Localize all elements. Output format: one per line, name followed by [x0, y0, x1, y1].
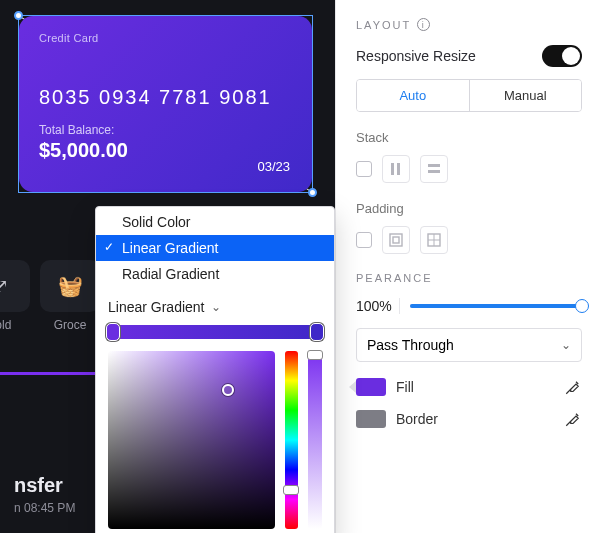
hue-slider-knob[interactable]: [283, 485, 299, 495]
menu-item-radial-gradient[interactable]: Radial Gradient: [96, 261, 334, 287]
transaction-time: n 08:45 PM: [14, 501, 75, 515]
layout-section-title: LAYOUT i: [356, 18, 582, 31]
active-indicator-triangle: [349, 381, 356, 393]
category-icon: ⤢: [0, 274, 9, 298]
menu-item-solid-color[interactable]: Solid Color: [96, 209, 334, 235]
fill-swatch[interactable]: [356, 378, 386, 396]
category-tile[interactable]: ⤢: [0, 260, 30, 312]
stack-horizontal-icon[interactable]: [420, 155, 448, 183]
color-picker-popover[interactable]: Solid Color Linear Gradient Radial Gradi…: [95, 206, 335, 533]
saturation-value-field[interactable]: [108, 351, 275, 529]
basket-icon: 🧺: [58, 274, 83, 298]
padding-controls: [356, 226, 582, 254]
resize-mode-segmented: Auto Manual: [356, 79, 582, 112]
transaction-item[interactable]: nsfer n 08:45 PM: [0, 474, 89, 515]
category-label: Groce: [40, 318, 100, 332]
svg-rect-6: [393, 237, 399, 243]
stack-vertical-icon[interactable]: [382, 155, 410, 183]
card-label: Credit Card: [39, 32, 292, 44]
resize-auto-button[interactable]: Auto: [357, 80, 470, 111]
padding-individual-icon[interactable]: [420, 226, 448, 254]
category-label: hold: [0, 318, 30, 332]
gradient-stop-end[interactable]: [310, 323, 324, 341]
stack-controls: [356, 155, 582, 183]
selection-handle-top-left[interactable]: [14, 11, 23, 20]
gradient-stop-start[interactable]: [106, 323, 120, 341]
chevron-down-icon: ⌄: [561, 338, 571, 352]
resize-manual-button[interactable]: Manual: [470, 80, 582, 111]
blend-mode-value: Pass Through: [367, 337, 454, 353]
blend-mode-select[interactable]: Pass Through ⌄: [356, 328, 582, 362]
layout-title-text: LAYOUT: [356, 19, 411, 31]
svg-rect-1: [391, 163, 394, 175]
gradient-type-menu: Solid Color Linear Gradient Radial Gradi…: [96, 207, 334, 289]
svg-rect-5: [390, 234, 402, 246]
responsive-toggle[interactable]: [542, 45, 582, 67]
color-picker-body: Linear Gradient ⌄: [96, 289, 334, 533]
opacity-slider-fill: [410, 304, 582, 308]
selection-frame[interactable]: Credit Card 8035 0934 7781 9081 Total Ba…: [18, 15, 313, 193]
border-row[interactable]: Border: [356, 410, 582, 428]
stack-checkbox[interactable]: [356, 161, 372, 177]
gradient-type-dropdown[interactable]: Linear Gradient ⌄: [108, 299, 322, 315]
card-expiry: 03/23: [257, 159, 290, 174]
alpha-slider-knob[interactable]: [307, 350, 323, 360]
svg-rect-4: [428, 170, 440, 173]
border-label: Border: [396, 411, 554, 427]
transaction-title: nsfer: [14, 474, 75, 497]
info-icon[interactable]: i: [417, 18, 430, 31]
alpha-slider[interactable]: [308, 351, 322, 529]
svg-rect-2: [397, 163, 400, 175]
padding-checkbox[interactable]: [356, 232, 372, 248]
sv-cursor[interactable]: [222, 384, 234, 396]
opacity-slider[interactable]: [410, 304, 582, 308]
gradient-stops-track[interactable]: [108, 325, 322, 339]
responsive-resize-row: Responsive Resize: [356, 45, 582, 67]
appearance-section-title: PEARANCE: [356, 272, 582, 284]
eyedropper-icon[interactable]: [564, 410, 582, 428]
fill-label: Fill: [396, 379, 554, 395]
stack-label: Stack: [356, 130, 582, 145]
responsive-label: Responsive Resize: [356, 48, 476, 64]
fill-row[interactable]: Fill: [356, 378, 582, 396]
card-balance-label: Total Balance:: [39, 123, 292, 137]
card-balance: $5,000.00: [39, 139, 292, 162]
hue-slider[interactable]: [285, 351, 299, 529]
opacity-row: 100%: [356, 298, 582, 314]
properties-panel: LAYOUT i Responsive Resize Auto Manual S…: [335, 0, 596, 533]
opacity-value[interactable]: 100%: [356, 298, 400, 314]
card-number: 8035 0934 7781 9081: [39, 86, 292, 109]
credit-card-artwork[interactable]: Credit Card 8035 0934 7781 9081 Total Ba…: [19, 16, 312, 192]
chevron-down-icon: ⌄: [211, 300, 221, 314]
opacity-slider-knob[interactable]: [575, 299, 589, 313]
menu-item-linear-gradient[interactable]: Linear Gradient: [96, 235, 334, 261]
selection-handle-bottom-right[interactable]: [308, 188, 317, 197]
padding-uniform-icon[interactable]: [382, 226, 410, 254]
category-tile[interactable]: 🧺: [40, 260, 100, 312]
border-swatch[interactable]: [356, 410, 386, 428]
gradient-type-label: Linear Gradient: [108, 299, 205, 315]
svg-rect-3: [428, 164, 440, 167]
padding-label: Padding: [356, 201, 582, 216]
eyedropper-icon[interactable]: [564, 378, 582, 396]
